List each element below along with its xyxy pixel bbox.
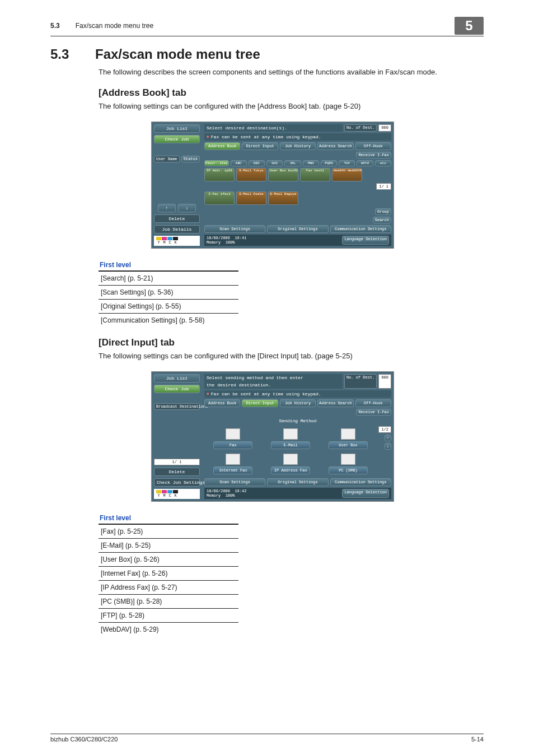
title-text: Fax/scan mode menu tree xyxy=(95,46,260,62)
dest-ifax1[interactable]: I-Fax ifax1 xyxy=(204,192,235,205)
method-userbox[interactable]: User Box xyxy=(329,428,368,449)
dest-nagoya[interactable]: E-Mail Nagoya xyxy=(268,192,298,205)
tab-address-search[interactable]: Address Search xyxy=(317,399,353,407)
method-ifax[interactable]: Internet Fax xyxy=(213,454,252,474)
direct-tab-desc: The following settings can be configured… xyxy=(99,352,484,360)
job-list-button[interactable]: Job List xyxy=(154,374,200,382)
address-tab-desc: The following settings can be configured… xyxy=(99,102,484,110)
alpha-favorites[interactable]: Favor- ites xyxy=(204,160,229,166)
arrow-down-icon[interactable]: ↓ xyxy=(178,204,196,212)
page-indicator: 1/ 1 xyxy=(154,459,200,465)
group-button[interactable]: Group xyxy=(375,208,391,215)
method-email[interactable]: E-Mail xyxy=(271,428,310,449)
dest-webdav01[interactable]: WebDAV WebDAV01 xyxy=(332,168,362,181)
tab-direct-input[interactable]: Direct Input xyxy=(242,142,278,150)
message-line-1: Select desired destination(s). xyxy=(204,124,343,132)
search-button[interactable]: Search xyxy=(373,217,391,223)
alpha-etc[interactable]: etc xyxy=(375,160,391,166)
tab-off-hook[interactable]: Off-Hook xyxy=(355,142,391,150)
toner-indicator: Y M C K xyxy=(154,236,200,246)
communication-settings-button[interactable]: Communication Settings xyxy=(330,225,391,233)
chapter-badge: 5 xyxy=(455,17,484,35)
table-header: First level xyxy=(99,512,238,524)
alpha-ghi[interactable]: GHI xyxy=(266,160,283,166)
method-row-2: Internet FaxIP Address FaxPC (SMB) xyxy=(204,451,377,477)
table-row: [Original Settings] (p. 5-55) xyxy=(99,300,238,314)
address-first-level-table: First level [Search] (p. 5-21)[Scan Sett… xyxy=(99,259,238,327)
dest-osaka[interactable]: E-Mail Osaka xyxy=(236,192,266,205)
method-fax[interactable]: Fax xyxy=(213,428,252,449)
table-row: [User Box] (p. 5-26) xyxy=(99,553,238,567)
table-row: [IP Address Fax] (p. 5-27) xyxy=(99,581,238,595)
table-row: [Internet Fax] (p. 5-26) xyxy=(99,567,238,581)
alpha-wxyz[interactable]: WXYZ xyxy=(357,160,373,166)
arrow-up-icon[interactable]: ↑ xyxy=(385,435,391,441)
arrow-down-icon[interactable]: ↓ xyxy=(385,443,391,450)
direct-tab-heading: [Direct Input] tab xyxy=(99,337,484,348)
alpha-jkl[interactable]: JKL xyxy=(284,160,301,166)
method-ifax-label: Internet Fax xyxy=(213,466,252,474)
dest-box01[interactable]: User Box box01 xyxy=(268,168,298,181)
address-book-screenshot: Job List Check Job User Name Status ↑ ↓ … xyxy=(151,122,393,249)
method-email-icon xyxy=(283,428,298,440)
alpha-tuv[interactable]: TUV xyxy=(339,160,355,166)
tab-address-book[interactable]: Address Book xyxy=(204,399,240,407)
original-settings-button[interactable]: Original Settings xyxy=(267,478,328,486)
receive-ifax-button[interactable]: Receive I-Fax xyxy=(356,152,391,158)
job-details-button[interactable]: Job Details xyxy=(154,225,200,234)
check-job-settings-button[interactable]: Check Job Settings xyxy=(154,478,200,487)
tab-off-hook[interactable]: Off-Hook xyxy=(355,399,391,407)
status-bar: 10/08/2008 19:42Memory 100% Language Sel… xyxy=(204,488,391,499)
dest-tokyo[interactable]: E-Mail Tokyo xyxy=(236,168,266,181)
alpha-def[interactable]: DEF xyxy=(249,160,265,166)
method-pcsmb[interactable]: PC (SMB) xyxy=(329,454,368,474)
bottom-tabs: Scan Settings Original Settings Communic… xyxy=(204,478,391,486)
check-job-button[interactable]: Check Job xyxy=(154,385,200,393)
page-footer: bizhub C360/C280/C220 5-14 xyxy=(50,734,484,743)
tab-job-history[interactable]: Job History xyxy=(280,399,316,407)
method-fax-label: Fax xyxy=(213,441,252,449)
main-tabs: Address Book Direct Input Job History Ad… xyxy=(204,399,391,407)
language-selection-button[interactable]: Language Selection xyxy=(342,236,389,245)
scan-settings-button[interactable]: Scan Settings xyxy=(204,225,265,233)
method-ipfax[interactable]: IP Address Fax xyxy=(271,454,310,474)
dest-count-label: No. of Dest. xyxy=(344,124,377,132)
tab-address-book[interactable]: Address Book xyxy=(204,142,240,150)
dest-count-label: No. of Dest. xyxy=(344,374,377,389)
page-indicator-right: 1/2 xyxy=(378,426,391,433)
tab-job-history[interactable]: Job History xyxy=(280,142,316,150)
dest-ip01[interactable]: IP Addr. ip01 xyxy=(204,168,235,181)
table-row: [Communication Settings] (p. 5-58) xyxy=(99,314,238,328)
bottom-tabs: Scan Settings Original Settings Communic… xyxy=(204,225,391,233)
footer-model: bizhub C360/C280/C220 xyxy=(50,736,118,743)
direct-input-screenshot: Job List Check Job Broadcast Destination… xyxy=(151,371,393,502)
check-job-button[interactable]: Check Job xyxy=(154,135,200,143)
delete-button[interactable]: Delete xyxy=(154,214,200,223)
main-tabs: Address Book Direct Input Job History Ad… xyxy=(204,142,391,150)
table-row: [Fax] (p. 5-25) xyxy=(99,524,238,539)
method-userbox-icon xyxy=(341,428,355,440)
receive-ifax-button[interactable]: Receive I-Fax xyxy=(356,409,391,416)
scan-settings-button[interactable]: Scan Settings xyxy=(204,478,265,486)
destination-grid: IP Addr. ip01E-Mail TokyoUser Box box01F… xyxy=(204,168,391,181)
alpha-abc[interactable]: ABC xyxy=(231,160,247,166)
job-list-button[interactable]: Job List xyxy=(154,124,200,133)
tab-address-search[interactable]: Address Search xyxy=(317,142,353,150)
language-selection-button[interactable]: Language Selection xyxy=(342,489,389,498)
delete-button[interactable]: Delete xyxy=(154,468,200,476)
dest-count-value: 000 xyxy=(378,124,391,132)
alpha-pqrs[interactable]: PQRS xyxy=(321,160,337,166)
dest-test1[interactable]: Fax test1 xyxy=(300,168,330,181)
method-userbox-label: User Box xyxy=(329,441,368,449)
intro-text: The following describes the screen compo… xyxy=(99,68,484,76)
alpha-mno[interactable]: MNO xyxy=(303,160,319,166)
footer-page: 5-14 xyxy=(471,736,484,743)
tab-direct-input[interactable]: Direct Input xyxy=(242,399,278,407)
alpha-tabs: Favor- ites ABC DEF GHI JKL MNO PQRS TUV… xyxy=(204,160,391,166)
communication-settings-button[interactable]: Communication Settings xyxy=(330,478,391,486)
original-settings-button[interactable]: Original Settings xyxy=(267,225,328,233)
table-row: [Scan Settings] (p. 5-36) xyxy=(99,286,238,300)
status-button[interactable]: Status xyxy=(181,156,200,162)
arrow-up-icon[interactable]: ↑ xyxy=(158,204,176,212)
method-pcsmb-icon xyxy=(341,454,355,465)
